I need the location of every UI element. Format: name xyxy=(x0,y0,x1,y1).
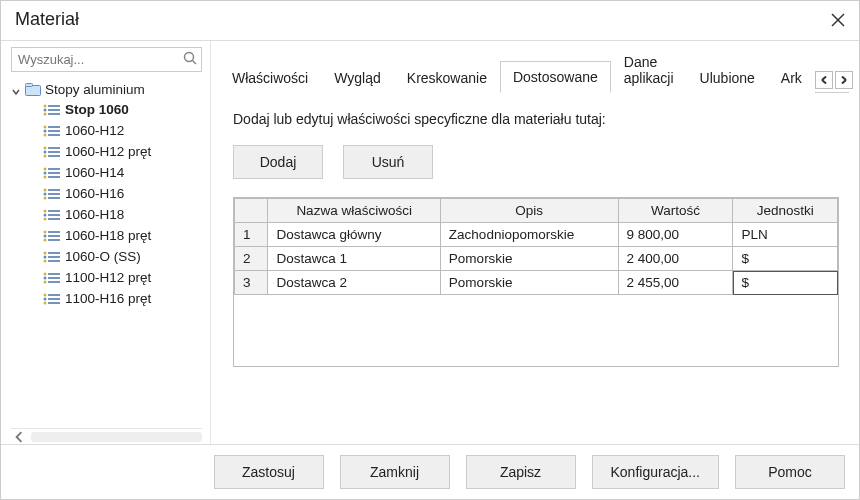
row-header-blank xyxy=(235,199,268,223)
table-row[interactable]: 3Dostawca 2Pomorskie2 455,00$ xyxy=(235,271,838,295)
config-button[interactable]: Konfiguracja... xyxy=(592,455,720,489)
tab[interactable]: Właściwości xyxy=(219,62,321,93)
material-item-icon xyxy=(43,251,61,263)
folder-icon xyxy=(25,83,41,97)
col-header-unit[interactable]: Jednostki xyxy=(733,199,838,223)
desc-cell[interactable]: Pomorskie xyxy=(440,271,618,295)
tab[interactable]: Dostosowane xyxy=(500,61,611,93)
tab-scroll-right[interactable] xyxy=(835,71,853,89)
material-item-icon xyxy=(43,188,61,200)
tab[interactable]: Kreskowanie xyxy=(394,62,500,93)
svg-point-6 xyxy=(44,104,47,107)
material-item-icon xyxy=(43,125,61,137)
row-number-cell[interactable]: 2 xyxy=(235,247,268,271)
col-header-name[interactable]: Nazwa właściwości xyxy=(268,199,440,223)
unit-cell[interactable]: PLN xyxy=(733,223,838,247)
tree-item[interactable]: 1060-H18 pręt xyxy=(43,225,202,246)
tree-item[interactable]: 1060-H12 xyxy=(43,120,202,141)
desc-cell[interactable]: Pomorskie xyxy=(440,247,618,271)
tree-item-label: 1060-H16 xyxy=(65,186,124,201)
desc-cell[interactable]: Zachodniopomorskie xyxy=(440,223,618,247)
unit-cell[interactable]: $ xyxy=(733,271,838,295)
tab[interactable]: Ulubione xyxy=(687,62,768,93)
material-item-icon xyxy=(43,146,61,158)
svg-point-34 xyxy=(44,196,47,199)
material-tree[interactable]: Stopy aluminium Stop 10601060-H121060-H1… xyxy=(11,80,202,426)
tree-item[interactable]: 1060-H18 xyxy=(43,204,202,225)
svg-point-14 xyxy=(44,129,47,132)
svg-point-30 xyxy=(44,188,47,191)
tree-item-label: 1060-H18 pręt xyxy=(65,228,151,243)
name-cell[interactable]: Dostawca 1 xyxy=(268,247,440,271)
help-button[interactable]: Pomoc xyxy=(735,455,845,489)
value-cell[interactable]: 9 800,00 xyxy=(618,223,733,247)
col-header-value[interactable]: Wartość xyxy=(618,199,733,223)
row-number-cell[interactable]: 1 xyxy=(235,223,268,247)
save-button[interactable]: Zapisz xyxy=(466,455,576,489)
tree-item[interactable]: 1100-H16 pręt xyxy=(43,288,202,309)
material-item-icon xyxy=(43,293,61,305)
svg-point-12 xyxy=(44,125,47,128)
name-cell[interactable]: Dostawca główny xyxy=(268,223,440,247)
tree-item[interactable]: 1060-H16 xyxy=(43,183,202,204)
tab[interactable]: Dane aplikacji xyxy=(611,46,687,93)
dialog-footer: Zastosuj Zamknij Zapisz Konfiguracja... … xyxy=(1,444,859,499)
tree-item[interactable]: 1060-H14 xyxy=(43,162,202,183)
value-cell[interactable]: 2 455,00 xyxy=(618,271,733,295)
properties-grid[interactable]: Nazwa właściwości Opis Wartość Jednostki… xyxy=(233,197,839,367)
svg-point-36 xyxy=(44,209,47,212)
svg-rect-5 xyxy=(26,83,33,86)
tree-item-label: 1060-H12 pręt xyxy=(65,144,151,159)
row-number-cell[interactable]: 3 xyxy=(235,271,268,295)
svg-point-26 xyxy=(44,171,47,174)
tree-item[interactable]: 1060-O (SS) xyxy=(43,246,202,267)
svg-point-40 xyxy=(44,217,47,220)
dialog-body: Stopy aluminium Stop 10601060-H121060-H1… xyxy=(1,41,859,444)
col-header-desc[interactable]: Opis xyxy=(440,199,618,223)
tree-item-label: Stop 1060 xyxy=(65,102,129,117)
chevron-down-icon xyxy=(11,85,21,95)
svg-point-22 xyxy=(44,154,47,157)
sidebar-horizontal-scrollbar[interactable] xyxy=(11,428,202,444)
search-input[interactable] xyxy=(11,47,202,72)
tab[interactable]: Ark xyxy=(768,62,815,93)
search-icon xyxy=(183,51,197,65)
material-item-icon xyxy=(43,230,61,242)
svg-point-52 xyxy=(44,259,47,262)
material-item-icon xyxy=(43,104,61,116)
search-box xyxy=(11,47,202,72)
close-icon[interactable] xyxy=(829,11,847,29)
scrollbar-track[interactable] xyxy=(31,432,202,442)
tree-root-item[interactable]: Stopy aluminium xyxy=(11,80,202,99)
table-row[interactable]: 1Dostawca głównyZachodniopomorskie9 800,… xyxy=(235,223,838,247)
unit-cell[interactable]: $ xyxy=(733,247,838,271)
svg-point-10 xyxy=(44,112,47,115)
tree-item-label: 1060-H18 xyxy=(65,207,124,222)
svg-point-48 xyxy=(44,251,47,254)
custom-properties-panel: Dodaj lub edytuj właściwości specyficzne… xyxy=(219,93,849,444)
tree-item[interactable]: 1060-H12 pręt xyxy=(43,141,202,162)
name-cell[interactable]: Dostawca 2 xyxy=(268,271,440,295)
svg-point-58 xyxy=(44,280,47,283)
add-button[interactable]: Dodaj xyxy=(233,145,323,179)
close-button[interactable]: Zamknij xyxy=(340,455,450,489)
tab[interactable]: Wygląd xyxy=(321,62,394,93)
svg-point-54 xyxy=(44,272,47,275)
svg-point-56 xyxy=(44,276,47,279)
scroll-left-icon xyxy=(13,431,25,443)
material-item-icon xyxy=(43,209,61,221)
delete-button[interactable]: Usuń xyxy=(343,145,433,179)
apply-button[interactable]: Zastosuj xyxy=(214,455,324,489)
titlebar: Materiał xyxy=(1,1,859,41)
main-panel: WłaściwościWyglądKreskowanieDostosowaneD… xyxy=(211,41,859,444)
tree-item[interactable]: Stop 1060 xyxy=(43,99,202,120)
svg-point-50 xyxy=(44,255,47,258)
tree-item[interactable]: 1100-H12 pręt xyxy=(43,267,202,288)
sidebar: Stopy aluminium Stop 10601060-H121060-H1… xyxy=(1,41,211,444)
table-row[interactable]: 2Dostawca 1Pomorskie2 400,00$ xyxy=(235,247,838,271)
value-cell[interactable]: 2 400,00 xyxy=(618,247,733,271)
svg-point-62 xyxy=(44,297,47,300)
tab-scroll-left[interactable] xyxy=(815,71,833,89)
svg-point-16 xyxy=(44,133,47,136)
tree-item-label: 1100-H12 pręt xyxy=(65,270,151,285)
